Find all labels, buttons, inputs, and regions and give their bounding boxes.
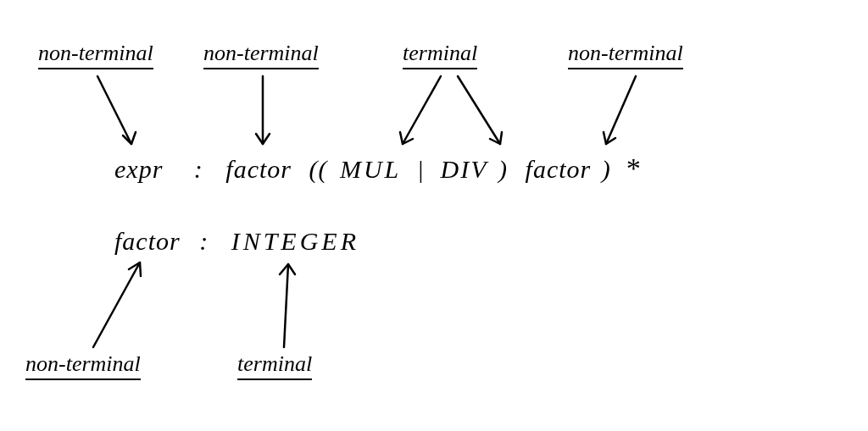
label-nonterminal-4: non-terminal: [25, 351, 141, 380]
label-terminal-1: terminal: [403, 41, 477, 69]
rule1-colon: :: [194, 155, 203, 184]
rule2-colon: :: [199, 227, 209, 256]
label-nonterminal-2: non-terminal: [203, 41, 319, 69]
rule1-lhs: expr: [114, 155, 163, 184]
rule1-star: *: [625, 152, 640, 185]
svg-line-6: [284, 264, 288, 347]
rule1-div: DIV: [441, 155, 488, 184]
rule2-lhs: factor: [114, 227, 181, 256]
svg-line-5: [93, 262, 140, 347]
svg-line-3: [458, 76, 500, 144]
rule1-group-close: ): [498, 155, 508, 184]
rule1-mul: MUL: [340, 155, 401, 184]
rule1-factor1: factor: [225, 155, 292, 184]
grammar-rule-2: factor : INTEGER: [114, 227, 359, 256]
rule1-close: ): [602, 155, 611, 184]
svg-line-0: [97, 76, 131, 144]
label-nonterminal-3: non-terminal: [568, 41, 683, 69]
svg-line-2: [403, 76, 441, 144]
rule2-rhs: INTEGER: [231, 227, 359, 256]
rule1-pipe: |: [417, 155, 425, 184]
rule1-group-open: ((: [309, 155, 327, 184]
grammar-rule-1: expr : factor (( MUL | DIV ) factor ) *: [114, 152, 640, 185]
label-terminal-2: terminal: [237, 351, 312, 380]
svg-line-4: [606, 76, 636, 144]
label-nonterminal-1: non-terminal: [38, 41, 153, 69]
rule1-factor2: factor: [526, 155, 592, 184]
